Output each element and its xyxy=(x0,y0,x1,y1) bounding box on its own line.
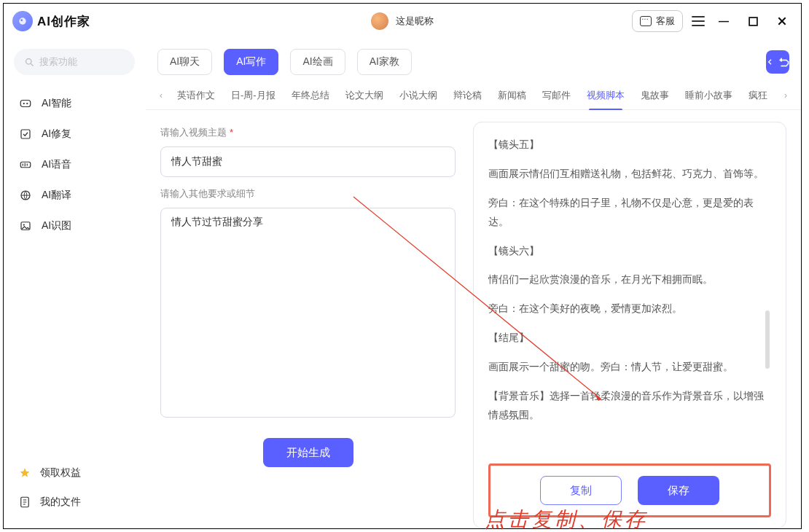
avatar[interactable] xyxy=(371,12,388,30)
category-tab[interactable]: 鬼故事 xyxy=(633,81,677,110)
sidebar-item-ai-语音[interactable]: AI语音 xyxy=(14,149,135,180)
output-line: 【镜头五】 xyxy=(488,136,771,154)
category-tab[interactable]: 辩论稿 xyxy=(445,81,490,110)
sidebar-item-label: AI修复 xyxy=(42,128,71,141)
sidebar-item-ai-修复[interactable]: AI修复 xyxy=(14,119,135,149)
chat-icon xyxy=(640,16,652,26)
mode-tab-chat[interactable]: AI聊天 xyxy=(157,49,212,75)
svg-point-0 xyxy=(19,17,26,24)
category-tab[interactable]: 视频脚本 xyxy=(579,81,633,110)
sidebar-item-label: AI语音 xyxy=(42,158,71,171)
search-input[interactable]: 搜索功能 xyxy=(14,49,135,75)
menu-icon[interactable] xyxy=(692,16,705,26)
category-tab[interactable]: 英语作文 xyxy=(169,81,223,110)
category-tab[interactable]: 日-周-月报 xyxy=(223,81,284,110)
svg-rect-9 xyxy=(20,162,31,168)
sidebar-item-label: 领取权益 xyxy=(40,466,81,480)
sidebar-item-label: AI识图 xyxy=(42,219,71,232)
category-tab[interactable]: 疯狂 xyxy=(740,81,775,110)
sidebar-item-label: AI智能 xyxy=(42,97,71,110)
window-maximize-button[interactable] xyxy=(743,11,763,31)
scrollbar-thumb[interactable] xyxy=(765,310,770,369)
category-tab[interactable]: 小说大纲 xyxy=(391,81,445,110)
return-icon xyxy=(767,56,778,68)
svg-point-7 xyxy=(26,103,28,104)
nickname-label: 这是昵称 xyxy=(396,15,434,28)
image-icon xyxy=(18,219,33,233)
copy-button[interactable]: 复制 xyxy=(540,476,622,505)
category-tab[interactable]: 睡前小故事 xyxy=(677,81,740,110)
sidebar-item-ai-翻译[interactable]: AI翻译 xyxy=(14,180,135,211)
svg-point-6 xyxy=(23,103,25,104)
category-tab[interactable]: 年终总结 xyxy=(284,81,337,110)
app-logo xyxy=(12,11,33,31)
output-line: 【结尾】 xyxy=(488,329,771,348)
crown-icon xyxy=(18,466,31,480)
customer-service-button[interactable]: 客服 xyxy=(632,10,683,32)
mode-tab-paint[interactable]: AI绘画 xyxy=(290,49,345,75)
mode-tab-tutor[interactable]: AI家教 xyxy=(357,49,412,75)
window-minimize-button[interactable]: — xyxy=(714,11,734,31)
output-line: 旁白：在这个特殊的日子里，礼物不仅是心意，更是爱的表达。 xyxy=(488,194,771,232)
sidebar-item-ai-智能[interactable]: AI智能 xyxy=(14,88,135,119)
category-scroll-right[interactable]: › xyxy=(778,90,794,101)
voice-icon xyxy=(18,157,33,172)
sidebar-item-label: 我的文件 xyxy=(40,496,81,509)
service-label: 客服 xyxy=(656,15,675,28)
generate-button[interactable]: 开始生成 xyxy=(263,438,353,467)
search-icon xyxy=(24,57,35,68)
smart-icon xyxy=(18,96,33,111)
category-scroll-left[interactable]: ‹ xyxy=(153,90,169,101)
translate-icon xyxy=(18,188,33,203)
output-line: 画面展示情侣们互相赠送礼物，包括鲜花、巧克力、首饰等。 xyxy=(488,165,771,184)
sidebar-item-label: AI翻译 xyxy=(42,189,71,202)
category-tab[interactable]: 论文大纲 xyxy=(337,81,391,110)
svg-point-1 xyxy=(20,19,23,21)
output-line: 【背景音乐】选择一首轻柔浪漫的音乐作为背景音乐，以增强情感氛围。 xyxy=(488,387,771,425)
search-placeholder: 搜索功能 xyxy=(39,55,77,69)
save-button[interactable]: 保存 xyxy=(638,476,719,505)
output-line: 情侣们一起欣赏浪漫的音乐，在月光下相拥而眠。 xyxy=(488,270,771,289)
output-line: 画面展示一个甜蜜的吻。旁白：情人节，让爱更甜蜜。 xyxy=(488,358,771,377)
svg-rect-5 xyxy=(20,101,31,107)
sidebar-item-我的文件[interactable]: 我的文件 xyxy=(14,488,135,517)
svg-rect-2 xyxy=(749,17,757,26)
sidebar-item-ai-识图[interactable]: AI识图 xyxy=(14,211,135,241)
mode-tab-write[interactable]: AI写作 xyxy=(224,49,278,75)
category-tabs: 英语作文日-周-月报年终总结论文大纲小说大纲辩论稿新闻稿写邮件视频脚本鬼故事睡前… xyxy=(169,81,778,110)
topic-label: 请输入视频主题* xyxy=(160,126,456,139)
topic-input[interactable]: 情人节甜蜜 xyxy=(160,146,456,177)
svg-line-4 xyxy=(31,63,33,66)
output-panel: 【镜头五】画面展示情侣们互相赠送礼物，包括鲜花、巧克力、首饰等。旁白：在这个特殊… xyxy=(473,122,786,528)
category-tab[interactable]: 新闻稿 xyxy=(490,81,534,110)
sidebar-item-领取权益[interactable]: 领取权益 xyxy=(14,458,135,488)
category-tab[interactable]: 写邮件 xyxy=(534,81,579,110)
output-text: 【镜头五】画面展示情侣们互相赠送礼物，包括鲜花、巧克力、首饰等。旁白：在这个特殊… xyxy=(488,136,771,425)
svg-rect-8 xyxy=(21,130,30,138)
reset-button[interactable]: ⮌ xyxy=(766,50,789,74)
detail-textarea[interactable]: 情人节过节甜蜜分享 xyxy=(160,208,456,418)
svg-point-3 xyxy=(26,58,32,64)
repair-icon xyxy=(18,127,33,141)
svg-point-12 xyxy=(23,224,25,225)
output-line: 【镜头六】 xyxy=(488,242,771,261)
output-line: 旁白：在这个美好的夜晚，爱情更加浓烈。 xyxy=(488,300,771,318)
window-close-button[interactable] xyxy=(772,11,792,31)
file-icon xyxy=(18,496,31,509)
action-row-highlight: 复制 保存 xyxy=(488,463,771,517)
detail-label: 请输入其他要求或细节 xyxy=(160,187,456,200)
app-title: AI创作家 xyxy=(37,13,90,30)
